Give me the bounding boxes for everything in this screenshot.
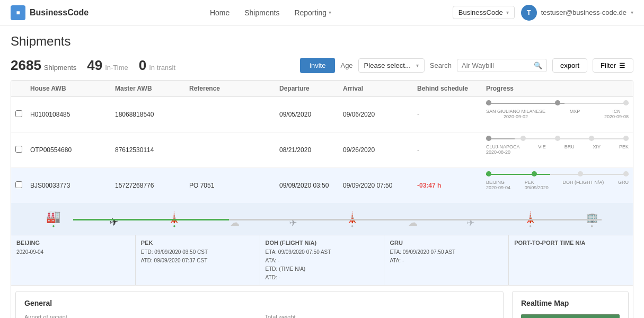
col-arrival: Arrival	[343, 85, 417, 92]
eta: ETA: 09/09/2020 07:50 AST	[390, 249, 455, 255]
station-name: DOH (FLIGHT N/A)	[266, 240, 317, 246]
shipments-table: House AWB Master AWB Reference Departure…	[11, 80, 633, 318]
intime-label: In-Time	[105, 64, 128, 72]
stat-intransit: 0 In transit	[139, 57, 175, 74]
stat-shipments: 2685 Shipments	[11, 57, 76, 74]
row-checkbox[interactable]	[15, 146, 30, 154]
eta: ETA: 09/09/2020 07:50 AST	[266, 249, 331, 255]
departure: 09/05/2020	[279, 111, 343, 118]
station-beijing: BEIJING 2020-09-04	[11, 235, 136, 285]
shipments-label: Shipments	[44, 64, 76, 72]
general-panel-title: General	[24, 299, 495, 307]
behind-schedule: -	[417, 146, 486, 154]
total-weight-label: Total weight	[265, 314, 495, 318]
progress: SAN GIULIANO MILANESE2020-09-02 MXP ICN2…	[486, 100, 629, 129]
age-select[interactable]: Please select... ▾	[358, 58, 425, 73]
main-nav: Home Shipments Reporting ▾	[210, 8, 331, 17]
shipments-count: 2685	[11, 57, 41, 74]
ata: ATA: -	[266, 258, 280, 263]
org-chevron-icon: ▾	[506, 10, 509, 15]
station-gru: GRU ETA: 09/09/2020 07:50 AST ATA: -	[384, 235, 509, 285]
search-icon[interactable]: 🔍	[534, 61, 542, 69]
reference: PO 7051	[189, 182, 279, 189]
org-selector[interactable]: BusinessCode ▾	[453, 6, 515, 19]
info-col: Total weight 375 kg	[265, 314, 495, 318]
house-awb: BJS00033773	[30, 182, 115, 189]
filter-button[interactable]: Filter ☰	[593, 58, 633, 73]
arrival: 09/09/2020 07:50	[343, 182, 417, 189]
master-awb: 18068818540	[115, 111, 189, 118]
avatar: T	[521, 5, 537, 21]
map-panel: Realtime Map	[512, 291, 629, 318]
table-row[interactable]: BJS00033773 15727268776 PO 7051 09/09/20…	[11, 168, 633, 203]
user-email: testuser@business-code.de	[541, 8, 627, 16]
age-select-chevron-icon: ▾	[416, 63, 419, 68]
logo-icon: ■	[11, 5, 25, 20]
row-checkbox[interactable]	[15, 181, 30, 190]
behind-schedule: -03:47 h	[417, 182, 486, 189]
intransit-count: 0	[139, 57, 146, 74]
info-col: Airport of receipt PEK	[24, 314, 254, 318]
master-awb: 87612530114	[115, 146, 189, 154]
filter-label: Filter	[601, 61, 616, 69]
house-awb: H0100108485	[30, 111, 115, 118]
filter-icon: ☰	[619, 61, 625, 69]
header-right: BusinessCode ▾ T testuser@business-code.…	[453, 5, 633, 21]
search-input[interactable]	[462, 61, 531, 69]
station-name: GRU	[390, 240, 402, 246]
detail-panels: General Airport of receipt PEK Total wei…	[11, 285, 633, 318]
map-panel-title: Realtime Map	[521, 299, 620, 307]
age-select-value: Please select...	[364, 61, 411, 69]
table-row[interactable]: H0100108485 18068818540 09/05/2020 09/06…	[11, 97, 633, 132]
nav-reporting[interactable]: Reporting ▾	[294, 8, 331, 17]
etd: ETD: (TIME N/A)	[266, 266, 306, 272]
stat-intime: 49 In-Time	[87, 57, 128, 74]
col-check	[15, 85, 30, 92]
intime-count: 49	[87, 57, 102, 74]
arrival: 09/06/2020	[343, 111, 417, 118]
org-name: BusinessCode	[458, 8, 503, 16]
page-title: Shipments	[11, 34, 633, 49]
col-progress: Progress	[486, 85, 629, 92]
master-awb: 15727268776	[115, 182, 189, 189]
svg-rect-0	[521, 315, 620, 318]
search-label: Search	[430, 61, 452, 69]
station-pek: PEK ETD: 09/09/2020 03:50 CST ATD: 09/09…	[136, 235, 260, 285]
reporting-chevron-icon: ▾	[329, 10, 331, 15]
atd: ATD: 09/09/2020 07:37 CST	[141, 258, 207, 263]
station-name: PORT-TO-PORT TIME N/A	[514, 240, 585, 246]
arrival: 09/26/2020	[343, 146, 417, 154]
etd: ETD: 09/09/2020 03:50 CST	[141, 249, 208, 255]
logo-text: BusinessCode	[30, 8, 89, 17]
station-name: PEK	[141, 240, 153, 246]
logo[interactable]: ■ BusinessCode	[11, 5, 89, 20]
page-content: Shipments 2685 Shipments 49 In-Time 0 In…	[0, 25, 644, 318]
nav-shipments[interactable]: Shipments	[244, 8, 279, 17]
stats-right: invite Age Please select... ▾ Search 🔍 e…	[300, 58, 633, 73]
expanded-flight-detail: 🏭 ● ✈ 🗼 ● ☁ ✈ 🗼	[11, 203, 633, 318]
user-menu[interactable]: T testuser@business-code.de ▾	[521, 5, 633, 21]
nav-home[interactable]: Home	[210, 8, 230, 17]
stats-left: 2685 Shipments 49 In-Time 0 In transit	[11, 57, 175, 74]
departure: 08/21/2020	[279, 146, 343, 154]
search-box: 🔍	[457, 59, 547, 72]
intransit-label: In transit	[149, 64, 175, 72]
station-name: BEIJING	[16, 240, 40, 246]
station-doh: DOH (FLIGHT N/A) ETA: 09/09/2020 07:50 A…	[260, 235, 385, 285]
header: ■ BusinessCode Home Shipments Reporting …	[0, 0, 644, 25]
table-row[interactable]: OTP00554680 87612530114 08/21/2020 09/26…	[11, 132, 633, 168]
row-checkbox[interactable]	[15, 110, 30, 119]
col-departure: Departure	[279, 85, 343, 92]
export-button[interactable]: export	[552, 58, 587, 73]
col-behind-schedule: Behind schedule	[417, 85, 486, 92]
col-reference: Reference	[189, 85, 279, 92]
map-display[interactable]	[521, 314, 620, 318]
progress: CLUJ-NAPOCA2020-08-20 VIE BRU XIY PEK	[486, 136, 629, 164]
stats-bar: 2685 Shipments 49 In-Time 0 In transit i…	[11, 57, 633, 74]
age-label: Age	[340, 61, 352, 69]
house-awb: OTP00554680	[30, 146, 115, 154]
col-master-awb: Master AWB	[115, 85, 189, 92]
user-chevron-icon: ▾	[631, 10, 633, 15]
invite-button[interactable]: invite	[300, 58, 335, 73]
table-header: House AWB Master AWB Reference Departure…	[11, 81, 633, 97]
